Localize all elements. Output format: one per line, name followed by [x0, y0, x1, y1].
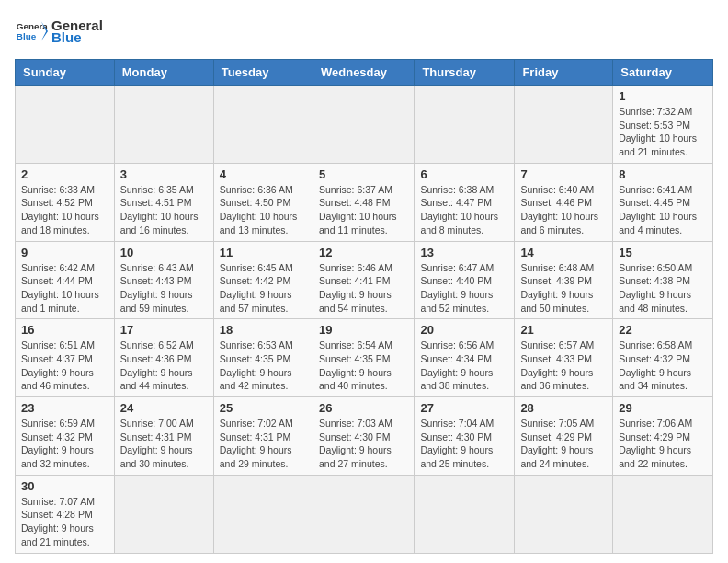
calendar-cell: 15Sunrise: 6:50 AM Sunset: 4:38 PM Dayli… [613, 241, 713, 319]
calendar-week-5: 30Sunrise: 7:07 AM Sunset: 4:28 PM Dayli… [16, 475, 713, 553]
day-info: Sunrise: 7:03 AM Sunset: 4:30 PM Dayligh… [319, 417, 408, 471]
calendar-cell: 14Sunrise: 6:48 AM Sunset: 4:39 PM Dayli… [515, 241, 613, 319]
calendar-cell: 30Sunrise: 7:07 AM Sunset: 4:28 PM Dayli… [16, 475, 115, 553]
calendar-cell: 22Sunrise: 6:58 AM Sunset: 4:32 PM Dayli… [613, 319, 713, 397]
calendar-cell: 26Sunrise: 7:03 AM Sunset: 4:30 PM Dayli… [313, 397, 414, 476]
day-info: Sunrise: 6:56 AM Sunset: 4:34 PM Dayligh… [420, 339, 508, 393]
day-info: Sunrise: 6:45 AM Sunset: 4:42 PM Dayligh… [220, 261, 307, 316]
day-info: Sunrise: 7:00 AM Sunset: 4:31 PM Dayligh… [120, 417, 208, 471]
day-info: Sunrise: 6:54 AM Sunset: 4:35 PM Dayligh… [319, 339, 408, 393]
calendar-cell: 16Sunrise: 6:51 AM Sunset: 4:37 PM Dayli… [16, 319, 115, 397]
calendar-cell: 20Sunrise: 6:56 AM Sunset: 4:34 PM Dayli… [415, 319, 515, 397]
calendar-cell [415, 86, 515, 164]
calendar-cell [313, 86, 414, 164]
day-info: Sunrise: 6:38 AM Sunset: 4:47 PM Dayligh… [420, 183, 508, 237]
day-info: Sunrise: 6:43 AM Sunset: 4:43 PM Dayligh… [120, 261, 208, 316]
day-number: 23 [21, 401, 108, 415]
calendar-week-1: 2Sunrise: 6:33 AM Sunset: 4:52 PM Daylig… [16, 163, 713, 241]
weekday-header-wednesday: Wednesday [313, 60, 414, 86]
day-info: Sunrise: 6:37 AM Sunset: 4:48 PM Dayligh… [319, 183, 408, 237]
calendar-cell: 5Sunrise: 6:37 AM Sunset: 4:48 PM Daylig… [313, 163, 414, 241]
day-number: 30 [21, 479, 108, 493]
calendar-cell [213, 86, 313, 164]
day-number: 11 [220, 246, 307, 259]
calendar-cell: 6Sunrise: 6:38 AM Sunset: 4:47 PM Daylig… [415, 163, 515, 241]
header: General Blue General Blue [15, 15, 713, 48]
logo: General Blue General Blue [15, 15, 103, 48]
svg-text:General: General [17, 21, 48, 31]
day-number: 20 [420, 323, 508, 337]
calendar-cell [16, 86, 115, 164]
day-info: Sunrise: 6:53 AM Sunset: 4:35 PM Dayligh… [220, 339, 307, 393]
calendar-cell [313, 475, 414, 553]
day-number: 29 [619, 401, 707, 415]
calendar-cell [613, 475, 713, 553]
calendar-cell: 10Sunrise: 6:43 AM Sunset: 4:43 PM Dayli… [114, 241, 213, 319]
calendar-week-3: 16Sunrise: 6:51 AM Sunset: 4:37 PM Dayli… [16, 319, 713, 397]
weekday-header-tuesday: Tuesday [213, 60, 313, 86]
day-info: Sunrise: 6:52 AM Sunset: 4:36 PM Dayligh… [120, 339, 208, 393]
calendar-cell: 24Sunrise: 7:00 AM Sunset: 4:31 PM Dayli… [114, 397, 213, 476]
calendar: SundayMondayTuesdayWednesdayThursdayFrid… [15, 59, 713, 554]
day-info: Sunrise: 6:57 AM Sunset: 4:33 PM Dayligh… [520, 339, 607, 393]
day-info: Sunrise: 6:46 AM Sunset: 4:41 PM Dayligh… [319, 261, 408, 316]
day-number: 9 [21, 246, 108, 259]
calendar-cell: 18Sunrise: 6:53 AM Sunset: 4:35 PM Dayli… [213, 319, 313, 397]
calendar-cell: 4Sunrise: 6:36 AM Sunset: 4:50 PM Daylig… [213, 163, 313, 241]
calendar-cell [515, 475, 613, 553]
day-info: Sunrise: 6:51 AM Sunset: 4:37 PM Dayligh… [21, 339, 108, 393]
day-number: 12 [319, 246, 408, 259]
calendar-cell: 27Sunrise: 7:04 AM Sunset: 4:30 PM Dayli… [415, 397, 515, 476]
calendar-cell: 3Sunrise: 6:35 AM Sunset: 4:51 PM Daylig… [114, 163, 213, 241]
day-number: 8 [619, 167, 707, 181]
calendar-cell [114, 86, 213, 164]
calendar-cell [114, 475, 213, 553]
svg-text:Blue: Blue [17, 31, 37, 41]
calendar-cell: 12Sunrise: 6:46 AM Sunset: 4:41 PM Dayli… [313, 241, 414, 319]
calendar-cell: 17Sunrise: 6:52 AM Sunset: 4:36 PM Dayli… [114, 319, 213, 397]
day-info: Sunrise: 7:07 AM Sunset: 4:28 PM Dayligh… [21, 495, 108, 549]
calendar-cell: 25Sunrise: 7:02 AM Sunset: 4:31 PM Dayli… [213, 397, 313, 476]
calendar-cell [415, 475, 515, 553]
day-info: Sunrise: 7:02 AM Sunset: 4:31 PM Dayligh… [220, 417, 307, 471]
day-number: 27 [420, 401, 508, 415]
day-number: 19 [319, 323, 408, 337]
calendar-cell: 28Sunrise: 7:05 AM Sunset: 4:29 PM Dayli… [515, 397, 613, 476]
calendar-cell: 9Sunrise: 6:42 AM Sunset: 4:44 PM Daylig… [16, 241, 115, 319]
day-number: 4 [220, 167, 307, 181]
weekday-header-monday: Monday [114, 60, 213, 86]
day-number: 13 [420, 246, 508, 259]
day-info: Sunrise: 6:47 AM Sunset: 4:40 PM Dayligh… [420, 261, 508, 316]
day-number: 17 [120, 323, 208, 337]
day-number: 6 [420, 167, 508, 181]
day-info: Sunrise: 7:06 AM Sunset: 4:29 PM Dayligh… [619, 417, 707, 471]
day-number: 18 [220, 323, 307, 337]
day-number: 24 [120, 401, 208, 415]
day-info: Sunrise: 7:04 AM Sunset: 4:30 PM Dayligh… [420, 417, 508, 471]
calendar-cell: 23Sunrise: 6:59 AM Sunset: 4:32 PM Dayli… [16, 397, 115, 476]
day-info: Sunrise: 7:05 AM Sunset: 4:29 PM Dayligh… [520, 417, 607, 471]
day-info: Sunrise: 6:48 AM Sunset: 4:39 PM Dayligh… [520, 261, 607, 316]
calendar-cell: 21Sunrise: 6:57 AM Sunset: 4:33 PM Dayli… [515, 319, 613, 397]
calendar-cell: 13Sunrise: 6:47 AM Sunset: 4:40 PM Dayli… [415, 241, 515, 319]
day-info: Sunrise: 6:41 AM Sunset: 4:45 PM Dayligh… [619, 183, 707, 237]
calendar-cell: 1Sunrise: 7:32 AM Sunset: 5:53 PM Daylig… [613, 86, 713, 164]
day-number: 2 [21, 167, 108, 181]
calendar-cell: 29Sunrise: 7:06 AM Sunset: 4:29 PM Dayli… [613, 397, 713, 476]
calendar-week-4: 23Sunrise: 6:59 AM Sunset: 4:32 PM Dayli… [16, 397, 713, 476]
day-number: 7 [520, 167, 607, 181]
calendar-cell: 11Sunrise: 6:45 AM Sunset: 4:42 PM Dayli… [213, 241, 313, 319]
day-info: Sunrise: 6:59 AM Sunset: 4:32 PM Dayligh… [21, 417, 108, 471]
day-number: 25 [220, 401, 307, 415]
calendar-week-2: 9Sunrise: 6:42 AM Sunset: 4:44 PM Daylig… [16, 241, 713, 319]
day-info: Sunrise: 7:32 AM Sunset: 5:53 PM Dayligh… [619, 105, 707, 159]
day-info: Sunrise: 6:33 AM Sunset: 4:52 PM Dayligh… [21, 183, 108, 237]
day-number: 21 [520, 323, 607, 337]
day-number: 15 [619, 246, 707, 259]
weekday-header-thursday: Thursday [415, 60, 515, 86]
calendar-cell: 2Sunrise: 6:33 AM Sunset: 4:52 PM Daylig… [16, 163, 115, 241]
day-number: 3 [120, 167, 208, 181]
day-info: Sunrise: 6:50 AM Sunset: 4:38 PM Dayligh… [619, 261, 707, 316]
day-info: Sunrise: 6:36 AM Sunset: 4:50 PM Dayligh… [220, 183, 307, 237]
weekday-header-friday: Friday [515, 60, 613, 86]
